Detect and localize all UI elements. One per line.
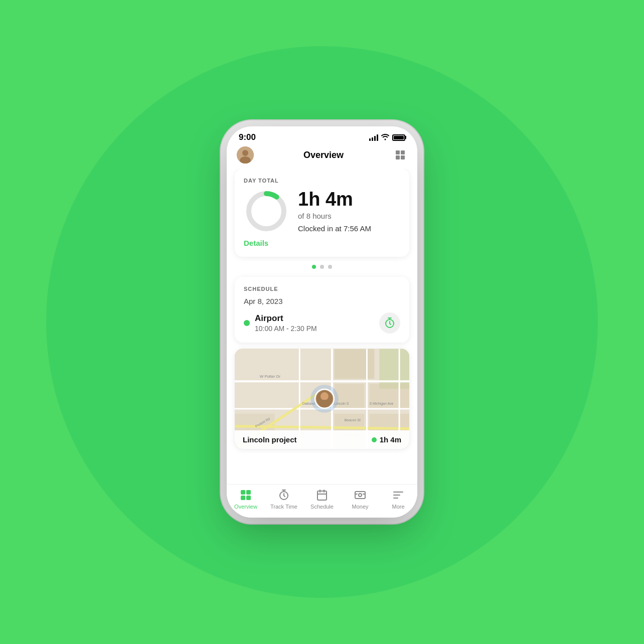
status-icons	[369, 133, 405, 142]
donut-chart	[244, 189, 289, 234]
status-dot	[244, 320, 250, 326]
schedule-label: SCHEDULE	[244, 286, 400, 292]
nav-item-schedule[interactable]: Schedule	[307, 489, 337, 510]
battery-icon	[392, 134, 405, 141]
svg-rect-11	[335, 349, 375, 379]
day-total-content: 1h 4m of 8 hours Clocked in at 7:56 AM	[244, 189, 400, 234]
svg-rect-39	[241, 490, 245, 495]
tracking-dot	[372, 437, 377, 442]
nav-label-money: Money	[352, 504, 368, 510]
details-link[interactable]: Details	[244, 239, 268, 247]
nav-item-track-time[interactable]: Track Time	[269, 489, 299, 510]
nav-item-more[interactable]: More	[383, 489, 413, 510]
dot-2	[320, 265, 324, 269]
nav-label-schedule: Schedule	[310, 504, 334, 510]
svg-text:W Potter Dr: W Potter Dr	[260, 374, 281, 379]
overview-icon	[239, 489, 252, 502]
menu-icon[interactable]	[393, 148, 407, 162]
schedule-time: 10:00 AM - 2:30 PM	[255, 325, 317, 333]
svg-point-1	[242, 150, 248, 156]
nav-label-overview: Overview	[234, 504, 257, 510]
map-card: W Potter Dr Oakland Ave Lincoln S S Mich…	[235, 349, 409, 449]
svg-rect-5	[396, 155, 400, 159]
schedule-left: Airport 10:00 AM - 2:30 PM	[244, 313, 317, 333]
svg-rect-44	[317, 491, 327, 500]
svg-rect-48	[355, 492, 365, 499]
svg-rect-6	[401, 155, 405, 159]
svg-rect-4	[401, 150, 405, 154]
dot-1	[312, 265, 316, 269]
dot-3	[328, 265, 332, 269]
svg-point-7	[249, 194, 284, 229]
status-time: 9:00	[239, 132, 256, 142]
svg-text:Beacon St: Beacon St	[345, 418, 361, 422]
map-info-bar: Lincoln project 1h 4m	[235, 430, 409, 449]
pagination-dots	[235, 263, 409, 271]
svg-rect-41	[241, 496, 245, 500]
day-total-label: DAY TOTAL	[244, 178, 400, 184]
svg-point-49	[359, 494, 362, 497]
time-of: of 8 hours	[298, 212, 371, 220]
svg-rect-40	[246, 490, 251, 495]
tracked-time: 1h 4m	[380, 435, 401, 444]
svg-rect-12	[379, 349, 409, 389]
nav-label-track-time: Track Time	[270, 504, 297, 510]
nav-item-overview[interactable]: Overview	[231, 489, 261, 510]
schedule-name: Airport	[255, 313, 317, 324]
nav-item-money[interactable]: Money	[345, 489, 375, 510]
schedule-icon	[315, 489, 329, 502]
main-content: DAY TOTAL 1h 4m of 8 hours Clocked in at…	[227, 169, 417, 484]
bottom-nav: Overview Track Time	[227, 484, 417, 518]
time-tracked: 1h 4m	[372, 435, 401, 444]
signal-icon	[369, 134, 378, 141]
phone: 9:00	[227, 126, 417, 518]
schedule-card: SCHEDULE Apr 8, 2023 Airport 10:00 AM - …	[235, 277, 409, 343]
time-info: 1h 4m of 8 hours Clocked in at 7:56 AM	[298, 190, 371, 233]
day-total-card: DAY TOTAL 1h 4m of 8 hours Clocked in at…	[235, 169, 409, 257]
schedule-date: Apr 8, 2023	[244, 297, 400, 305]
clocked-in-time: Clocked in at 7:56 AM	[298, 224, 371, 233]
svg-rect-42	[246, 496, 251, 500]
track-time-icon	[277, 489, 290, 502]
more-icon	[392, 489, 405, 502]
money-icon	[354, 489, 367, 502]
nav-label-more: More	[392, 504, 404, 510]
avatar[interactable]	[237, 146, 254, 164]
wifi-icon	[381, 133, 389, 142]
svg-point-36	[320, 392, 329, 400]
status-bar: 9:00	[227, 126, 417, 144]
timer-button[interactable]	[379, 312, 400, 334]
location-name: Lincoln project	[243, 435, 297, 444]
svg-rect-3	[396, 150, 400, 154]
schedule-item: Airport 10:00 AM - 2:30 PM	[244, 312, 400, 334]
time-value: 1h 4m	[298, 190, 371, 209]
phone-wrapper: 9:00	[224, 36, 420, 608]
svg-text:S Michigan Ave: S Michigan Ave	[369, 402, 393, 406]
schedule-details: Airport 10:00 AM - 2:30 PM	[255, 313, 317, 333]
page-title: Overview	[303, 150, 344, 160]
svg-point-37	[318, 400, 331, 408]
app-header: Overview	[227, 144, 417, 169]
